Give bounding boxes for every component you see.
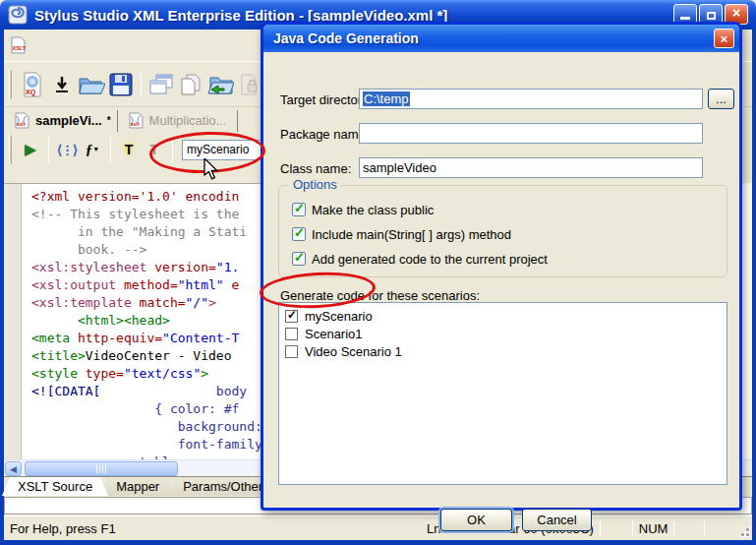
xquery-document-icon: XQ	[21, 72, 44, 97]
checkbox-label: Make the class public	[312, 203, 434, 217]
document-tab-label: sampleVi...	[35, 113, 102, 128]
document-tab-label: Multiplicatio...	[149, 113, 227, 128]
scenario-list-item[interactable]: Video Scenario 1	[281, 342, 725, 360]
checkbox[interactable]	[292, 252, 306, 266]
target-directory-input[interactable]: C:\temp	[359, 89, 703, 109]
window-border-bottom	[0, 540, 756, 545]
scroll-left-button[interactable]: ◀	[5, 461, 22, 476]
view-tab-label: Params/Other	[183, 479, 262, 494]
new-xquery-button[interactable]: XQ	[18, 70, 47, 99]
locked-document-icon	[238, 73, 262, 96]
checkbox[interactable]	[285, 310, 298, 323]
menu-item[interactable]	[36, 42, 52, 48]
code-structure-icon[interactable]: ⟨⋮⟩	[54, 138, 80, 161]
menu-item[interactable]	[115, 42, 131, 48]
toolbar-drag-handle[interactable]	[9, 135, 12, 164]
status-help-text: For Help, press F1	[4, 521, 421, 536]
view-tab-label: XSLT Source	[18, 479, 92, 494]
status-bar: For Help, press F1 Ln 1 Col 1 Char 60 (0…	[4, 515, 752, 540]
folder-sync-icon	[206, 73, 234, 96]
copy-pages-button[interactable]	[176, 70, 205, 99]
xslt-file-icon: xslt	[14, 112, 30, 129]
menu-item[interactable]	[99, 42, 115, 48]
window-title: Stylus Studio XML Enterprise Edition - […	[34, 7, 447, 24]
checkbox-label: Include main(String[ ] args) method	[312, 227, 511, 242]
import-download-icon	[54, 73, 70, 96]
checkbox[interactable]	[285, 328, 298, 340]
run-play-icon[interactable]: ▶	[18, 138, 43, 161]
checkbox[interactable]	[285, 345, 298, 358]
scrollbar-thumb[interactable]	[25, 461, 178, 476]
stylus-studio-logo-icon	[8, 5, 28, 25]
mouse-cursor	[203, 158, 222, 184]
scenario-label: Video Scenario 1	[305, 344, 402, 359]
option-checkbox-row[interactable]: Make the class public	[292, 202, 434, 217]
copy-pages-icon	[179, 73, 203, 96]
menu-item[interactable]	[131, 42, 146, 48]
scenario-label: Scenario1	[305, 327, 363, 341]
toolbar-separator	[110, 137, 111, 162]
view-tab[interactable]: XSLT Source	[2, 477, 108, 496]
package-name-input[interactable]	[359, 123, 703, 144]
toolbar-separator	[48, 137, 49, 162]
close-icon: ×	[721, 32, 728, 45]
svg-text:XSLT: XSLT	[13, 45, 27, 51]
window-border-right	[752, 30, 756, 545]
resize-grip[interactable]	[736, 523, 750, 537]
scenario-list-item[interactable]: Scenario1	[281, 325, 725, 342]
document-tab[interactable]: xslt Multiplicatio...	[118, 110, 239, 132]
svg-text:xslt: xslt	[131, 122, 139, 127]
selected-text: C:\temp	[363, 91, 410, 106]
cascade-windows-button[interactable]	[146, 70, 176, 99]
class-name-input[interactable]: sampleVideo	[359, 157, 703, 178]
open-folder-icon	[78, 73, 105, 96]
open-file-button[interactable]	[77, 70, 106, 99]
save-floppy-icon	[109, 73, 133, 96]
scenario-list-item[interactable]: myScenario	[281, 307, 725, 325]
view-tab[interactable]: Mapper	[100, 477, 175, 496]
cancel-button[interactable]: Cancel	[522, 509, 592, 531]
import-button[interactable]	[47, 70, 77, 99]
menu-item[interactable]	[52, 42, 68, 48]
package-name-label: Package name	[280, 127, 366, 142]
menu-item[interactable]	[84, 42, 99, 48]
editor-right-sliver	[742, 183, 752, 459]
cascade-windows-icon	[148, 73, 174, 96]
left-arrow-icon: ◀	[10, 464, 17, 474]
option-checkbox-row[interactable]: Add generated code to the current projec…	[292, 251, 548, 267]
menu-item[interactable]	[68, 42, 84, 48]
toolbar-separator	[141, 72, 142, 97]
checkbox[interactable]	[292, 227, 306, 241]
ok-button[interactable]: OK	[440, 509, 512, 531]
options-group-label: Options	[289, 177, 341, 192]
editor-margin	[4, 184, 22, 459]
xslt-document-icon: XSLT	[10, 36, 27, 54]
save-button[interactable]	[106, 70, 136, 99]
function-icon[interactable]: ƒ▼	[80, 138, 105, 161]
application-window: Stylus Studio XML Enterprise Edition - […	[0, 0, 756, 545]
toolbar-drag-handle[interactable]	[9, 70, 12, 99]
browse-button[interactable]: ...	[708, 89, 734, 109]
svg-text:XQ: XQ	[26, 89, 36, 96]
dialog-close-button[interactable]: ×	[714, 29, 734, 48]
svg-text:xslt: xslt	[17, 122, 25, 127]
status-numlock: NUM	[633, 519, 674, 538]
option-checkbox-row[interactable]: Include main(String[ ] args) method	[292, 226, 511, 242]
java-code-generation-dialog: Java Code Generation × Target directory …	[261, 22, 742, 511]
scenarios-listbox[interactable]: myScenario Scenario1 Video Scenario 1	[278, 302, 727, 485]
dialog-title: Java Code Generation	[263, 30, 419, 46]
options-group: Options Make the class public Include ma…	[278, 185, 727, 277]
class-name-label: Class name:	[280, 161, 351, 176]
update-folder-button[interactable]	[205, 70, 235, 99]
dialog-titlebar[interactable]: Java Code Generation	[263, 25, 739, 52]
view-tab-label: Mapper	[116, 479, 159, 494]
checkbox[interactable]	[292, 203, 306, 216]
xslt-file-icon: xslt	[128, 112, 145, 129]
modified-indicator: *	[107, 115, 111, 126]
document-tab[interactable]: xslt sampleVi...*	[4, 110, 118, 132]
scenario-label: myScenario	[305, 309, 373, 324]
checkbox-label: Add generated code to the current projec…	[312, 252, 548, 267]
highlight-text-icon[interactable]: T	[116, 138, 142, 161]
target-directory-label: Target directory	[280, 92, 369, 107]
